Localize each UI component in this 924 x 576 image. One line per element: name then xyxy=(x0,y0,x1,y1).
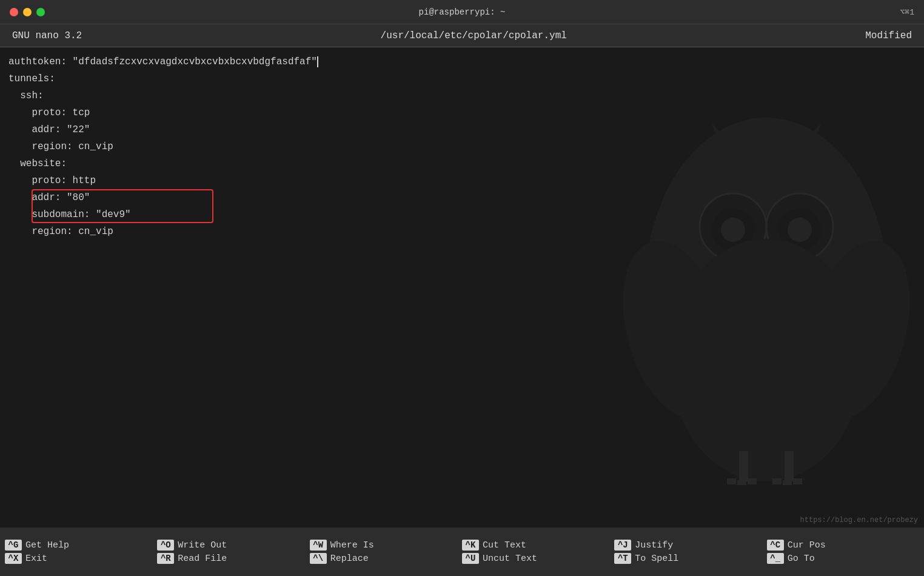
text-cursor xyxy=(317,56,318,67)
svg-rect-14 xyxy=(785,451,794,481)
label-cut-text: Cut Text xyxy=(483,540,526,551)
key-read-file: ^R xyxy=(157,553,174,564)
editor-line-3: ssh: xyxy=(8,87,916,104)
editor-area[interactable]: authtoken: "dfdadsfzcxvcxvagdxcvbxcvbxbc… xyxy=(0,47,924,527)
shortcut-cur-pos: ^C Cur Pos xyxy=(767,540,919,551)
shortcut-uncut-text: ^U Uncut Text xyxy=(462,553,614,564)
window-title: pi@raspberrypi: ~ xyxy=(419,7,506,17)
editor-line-8: proto: http xyxy=(8,172,916,189)
svg-rect-18 xyxy=(772,478,782,484)
svg-rect-13 xyxy=(739,451,748,481)
window-controls[interactable] xyxy=(10,8,45,16)
svg-point-12 xyxy=(787,229,918,430)
editor-line-7: website: xyxy=(8,155,916,172)
shortcut-to-spell: ^T To Spell xyxy=(614,553,766,564)
nano-status: Modified xyxy=(865,30,912,41)
shortcut-where-is: ^W Where Is xyxy=(310,540,462,551)
label-replace: Replace xyxy=(330,554,369,564)
minimize-button[interactable] xyxy=(23,8,32,16)
nano-header: GNU nano 3.2 /usr/local/etc/cpolar/cpola… xyxy=(0,24,924,47)
key-cut-text: ^K xyxy=(462,540,479,551)
key-where-is: ^W xyxy=(310,540,327,551)
key-cur-pos: ^C xyxy=(767,540,784,551)
shortcut-col-6: ^C Cur Pos ^_ Go To xyxy=(767,540,919,564)
label-exit: Exit xyxy=(25,554,47,564)
svg-rect-17 xyxy=(748,478,757,484)
editor-line-1: authtoken: "dfdadsfzcxvcxvagdxcvbxcvbxbc… xyxy=(8,53,916,70)
shortcut-bar: ^G Get Help ^X Exit ^O Write Out ^R Read… xyxy=(0,527,924,576)
key-justify: ^J xyxy=(614,540,631,551)
key-get-help: ^G xyxy=(5,540,22,551)
label-get-help: Get Help xyxy=(25,540,69,551)
shortcut-col-4: ^K Cut Text ^U Uncut Text xyxy=(462,540,614,564)
svg-point-10 xyxy=(669,239,863,481)
label-to-spell: To Spell xyxy=(635,554,678,564)
shortcut-read-file: ^R Read File xyxy=(157,553,309,564)
shortcut-cut-text: ^K Cut Text xyxy=(462,540,614,551)
shortcut-col-1: ^G Get Help ^X Exit xyxy=(5,540,157,564)
maximize-button[interactable] xyxy=(36,8,45,16)
editor-content[interactable]: authtoken: "dfdadsfzcxvcxvagdxcvbxcvbxbc… xyxy=(8,53,916,240)
label-cur-pos: Cur Pos xyxy=(788,540,826,551)
editor-line-5: addr: "22" xyxy=(8,121,916,138)
shortcut-col-3: ^W Where Is ^\ Replace xyxy=(310,540,462,564)
label-read-file: Read File xyxy=(178,554,227,564)
shortcut-replace: ^\ Replace xyxy=(310,553,462,564)
svg-rect-16 xyxy=(737,480,746,485)
svg-marker-7 xyxy=(757,251,775,269)
key-to-spell: ^T xyxy=(614,553,631,564)
svg-point-11 xyxy=(615,229,746,430)
shortcut-justify: ^J Justify xyxy=(614,540,766,551)
key-uncut-text: ^U xyxy=(462,553,479,564)
svg-rect-15 xyxy=(727,478,736,484)
window-shortcut: ⌥⌘1 xyxy=(900,7,914,17)
key-exit: ^X xyxy=(5,553,22,564)
shortcut-exit: ^X Exit xyxy=(5,553,157,564)
label-uncut-text: Uncut Text xyxy=(483,554,537,564)
nano-filename: /usr/local/etc/cpolar/cpolar.yml xyxy=(381,30,567,41)
shortcut-go-to: ^_ Go To xyxy=(767,553,919,564)
shortcut-get-help: ^G Get Help xyxy=(5,540,157,551)
editor-line-6: region: cn_vip xyxy=(8,138,916,155)
label-where-is: Where Is xyxy=(330,540,374,551)
editor-line-2: tunnels: xyxy=(8,70,916,87)
shortcut-col-5: ^J Justify ^T To Spell xyxy=(614,540,766,564)
label-go-to: Go To xyxy=(788,554,815,564)
editor-line-11: region: cn_vip xyxy=(8,223,916,240)
nano-version: GNU nano 3.2 xyxy=(12,30,82,41)
titlebar: pi@raspberrypi: ~ ⌥⌘1 xyxy=(0,0,924,24)
watermark: https://blog.en.net/probezy xyxy=(800,516,918,524)
shortcut-col-2: ^O Write Out ^R Read File xyxy=(157,540,309,564)
key-write-out: ^O xyxy=(157,540,174,551)
svg-rect-20 xyxy=(793,478,802,484)
editor-line-4: proto: tcp xyxy=(8,104,916,121)
shortcut-write-out: ^O Write Out xyxy=(157,540,309,551)
key-go-to: ^_ xyxy=(767,553,784,564)
label-justify: Justify xyxy=(635,540,673,551)
close-button[interactable] xyxy=(10,8,18,16)
editor-line-9: addr: "80" xyxy=(8,189,916,206)
editor-line-10: subdomain: "dev9" xyxy=(8,206,916,223)
key-replace: ^\ xyxy=(310,553,327,564)
label-write-out: Write Out xyxy=(178,540,227,551)
svg-rect-19 xyxy=(783,480,792,485)
